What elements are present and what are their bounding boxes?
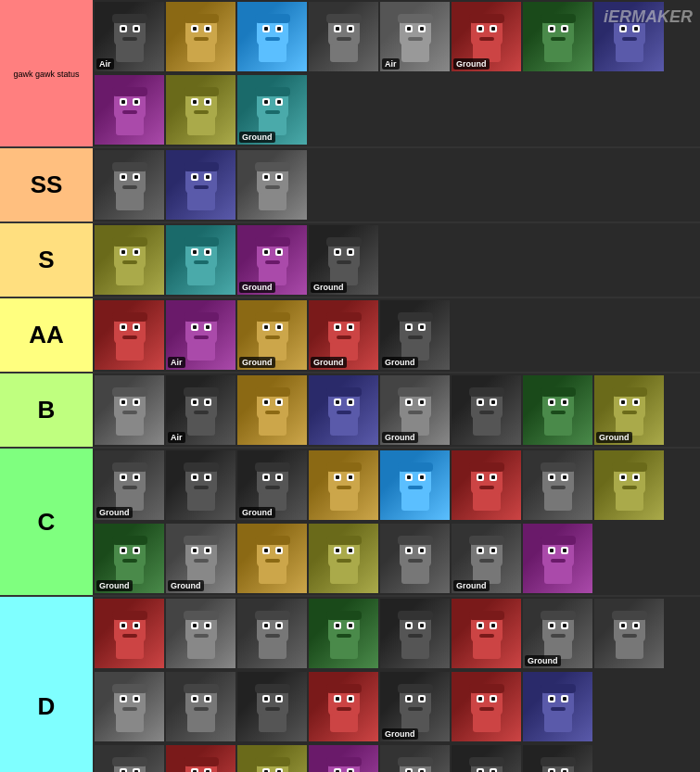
char-cell-c6[interactable]: Ground	[452, 2, 521, 71]
char-cell-c5[interactable]: Air	[380, 2, 450, 71]
svg-rect-485	[563, 697, 566, 701]
char-cell-cc15[interactable]	[523, 524, 592, 593]
char-cell-b6[interactable]	[452, 375, 521, 445]
char-cell-cc1[interactable]: Ground	[95, 450, 164, 520]
char-cell-b3[interactable]	[237, 375, 307, 445]
char-cell-d10[interactable]	[166, 672, 235, 741]
char-cell-aa5[interactable]: Ground	[380, 300, 450, 370]
char-cell-d14[interactable]	[452, 672, 521, 741]
char-cell-cc8[interactable]	[594, 450, 664, 520]
char-cell-c11[interactable]: Ground	[237, 75, 307, 145]
char-cell-ss2[interactable]	[166, 150, 235, 220]
char-cell-d9[interactable]	[95, 672, 164, 741]
char-cell-cc13[interactable]	[380, 524, 450, 593]
char-cell-d1[interactable]	[95, 599, 164, 668]
tier-content-b: Air	[93, 373, 700, 447]
svg-rect-309	[634, 475, 638, 479]
char-cell-c3[interactable]	[237, 2, 307, 71]
char-cell-c4[interactable]	[309, 2, 378, 71]
char-cell-d4[interactable]	[309, 599, 378, 668]
char-cell-cc7[interactable]	[523, 450, 592, 520]
char-cell-cc14[interactable]: Ground	[452, 524, 521, 593]
char-cell-d11[interactable]	[237, 672, 307, 741]
svg-rect-111	[255, 162, 290, 171]
svg-rect-487	[541, 684, 576, 693]
svg-rect-132	[264, 250, 268, 254]
svg-rect-46	[479, 37, 494, 41]
char-cell-aa1[interactable]	[95, 300, 164, 370]
char-cell-cc4[interactable]	[309, 450, 378, 520]
char-cell-c2[interactable]	[166, 2, 235, 71]
char-cell-ss1[interactable]	[95, 150, 164, 220]
char-cell-ss3[interactable]	[237, 150, 307, 220]
svg-rect-468	[407, 697, 411, 701]
char-cell-d13[interactable]: Ground	[380, 672, 450, 741]
char-cell-cc3[interactable]: Ground	[237, 450, 307, 520]
char-avatar-ss3	[237, 150, 307, 220]
char-cell-b1[interactable]	[95, 375, 164, 445]
char-cell-c1[interactable]: Air	[95, 2, 164, 71]
char-cell-cc9[interactable]: Ground	[95, 524, 164, 593]
char-cell-b5[interactable]: Ground	[380, 375, 450, 445]
svg-rect-215	[326, 387, 362, 397]
char-cell-d5[interactable]	[380, 599, 450, 668]
svg-rect-406	[408, 634, 423, 638]
char-cell-d20[interactable]	[380, 745, 450, 772]
char-cell-d12[interactable]	[309, 672, 378, 741]
char-cell-d18[interactable]	[237, 745, 307, 772]
char-cell-cc5[interactable]	[380, 450, 450, 520]
char-cell-aa4[interactable]: Ground	[309, 300, 378, 370]
svg-rect-183	[398, 312, 433, 322]
char-cell-d7[interactable]: Ground	[523, 599, 592, 668]
char-cell-d16[interactable]	[95, 745, 164, 772]
char-cell-d17[interactable]	[166, 745, 235, 772]
char-cell-aa3[interactable]: Ground	[237, 300, 307, 370]
char-badge-c1: Air	[96, 58, 114, 70]
char-cell-d2[interactable]	[166, 599, 235, 668]
svg-rect-431	[612, 611, 647, 620]
char-avatar-b4	[309, 375, 378, 445]
svg-rect-13	[206, 27, 210, 31]
char-cell-b2[interactable]: Air	[166, 375, 235, 445]
char-cell-c9[interactable]	[95, 75, 164, 145]
char-cell-c7[interactable]	[523, 2, 592, 71]
char-cell-d22[interactable]	[523, 745, 592, 772]
svg-rect-174	[337, 335, 351, 339]
char-cell-cc2[interactable]	[166, 450, 235, 520]
svg-rect-503	[184, 757, 219, 766]
char-cell-b7[interactable]	[523, 375, 592, 445]
char-avatar-b1	[95, 375, 164, 445]
svg-rect-180	[407, 325, 411, 329]
char-avatar-d15	[523, 672, 592, 741]
char-cell-d15[interactable]	[523, 672, 592, 741]
svg-rect-278	[337, 486, 351, 489]
tier-content-row-c-1: Ground Ground	[93, 522, 700, 595]
svg-rect-5	[134, 27, 138, 31]
char-cell-s2[interactable]	[166, 225, 235, 295]
svg-rect-276	[336, 475, 339, 479]
char-cell-cc11[interactable]	[237, 524, 307, 593]
char-cell-b4[interactable]	[309, 375, 378, 445]
char-cell-aa2[interactable]: Air	[166, 300, 235, 370]
svg-rect-108	[264, 175, 268, 179]
char-cell-d21[interactable]: Ground	[452, 745, 521, 772]
char-cell-d3[interactable]	[237, 599, 307, 668]
char-cell-d8[interactable]	[594, 599, 664, 668]
char-avatar-s1	[95, 225, 164, 295]
char-cell-s1[interactable]	[95, 225, 164, 295]
char-cell-d6[interactable]	[452, 599, 521, 668]
svg-rect-205	[277, 400, 281, 404]
char-cell-cc10[interactable]: Ground	[166, 524, 235, 593]
char-cell-cc12[interactable]	[309, 524, 378, 593]
char-cell-s3[interactable]: Ground	[237, 225, 307, 295]
svg-rect-119	[112, 237, 147, 247]
char-cell-cc6[interactable]	[452, 450, 521, 520]
char-cell-c10[interactable]	[166, 75, 235, 145]
tier-label-text-b: B	[38, 396, 56, 424]
char-cell-s4[interactable]: Ground	[309, 225, 378, 295]
char-cell-b8[interactable]: Ground	[594, 375, 664, 445]
tier-list: gawk gawk status Air	[0, 0, 700, 772]
svg-rect-103	[184, 162, 219, 171]
char-cell-d19[interactable]	[309, 745, 378, 772]
char-badge-cc1: Ground	[96, 507, 133, 518]
